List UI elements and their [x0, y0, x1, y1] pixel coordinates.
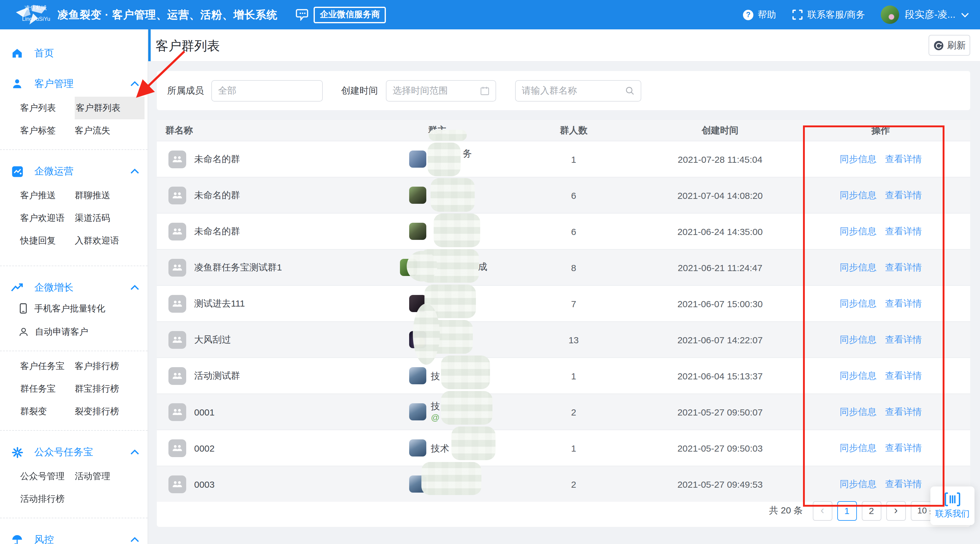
- owner-avatar: [409, 187, 426, 204]
- owner-mention: @: [431, 412, 439, 423]
- table-row: 活动测试群 技 1 2021-06-04 15:13:37 同步信息查看详情: [157, 358, 970, 394]
- page-button-2[interactable]: 2: [861, 501, 881, 520]
- group-avatar-icon: [169, 222, 186, 240]
- sidebar-item-group-welcome[interactable]: 入群欢迎语: [75, 230, 148, 252]
- sync-info-link[interactable]: 同步信息: [840, 153, 877, 165]
- group-items: 客户推送 群聊推送 客户欢迎语 渠道活码 快捷回复 入群欢迎语: [0, 184, 148, 252]
- sidebar-group-risk-control[interactable]: 风控: [0, 531, 148, 544]
- group-avatar-icon: [169, 439, 186, 457]
- sidebar-item-activity-mgmt[interactable]: 活动管理: [75, 465, 148, 488]
- member-count: 1: [498, 141, 649, 177]
- member-count: 1: [498, 358, 649, 394]
- sidebar-item-groupchat-push[interactable]: 群聊推送: [75, 184, 148, 207]
- table-row: 未命名的群 务 1 2021-07-28 11:45:04 同步信息查看详情: [157, 141, 970, 177]
- user-menu[interactable]: 段实彦-凌...: [881, 5, 969, 24]
- view-detail-link[interactable]: 查看详情: [885, 153, 922, 165]
- sync-info-link[interactable]: 同步信息: [840, 442, 877, 454]
- app-root: 凌鱼私域 LingYuSiYu 凌鱼裂变 · 客户管理、运营、活粉、增长系统 企…: [0, 0, 980, 544]
- user-name: 段实彦-凌...: [905, 8, 956, 21]
- member-count: 6: [498, 213, 649, 249]
- sidebar-item-customer-task-bao[interactable]: 客户任务宝: [20, 355, 75, 377]
- member-count: 2: [498, 394, 649, 430]
- group-name-search-input[interactable]: 请输入群名称: [515, 80, 641, 101]
- view-detail-link[interactable]: 查看详情: [885, 189, 922, 201]
- created-time: 2021-07-28 11:45:04: [649, 141, 791, 177]
- sync-info-link[interactable]: 同步信息: [840, 262, 877, 273]
- created-time: 2021-05-27 09:50:07: [649, 394, 791, 430]
- sync-info-link[interactable]: 同步信息: [840, 189, 877, 201]
- table-row: 凌鱼群任务宝测试群1 成 8 2021-06-21 11:24:47 同步信息查…: [157, 249, 970, 285]
- sidebar-item-customer-list[interactable]: 客户列表: [20, 97, 75, 119]
- feature-label: 自动申请客户: [35, 326, 88, 338]
- sidebar-item-group-task-bao[interactable]: 群任务宝: [20, 377, 75, 400]
- divider: [0, 149, 148, 150]
- sidebar-item-quick-reply[interactable]: 快捷回复: [20, 230, 75, 252]
- sync-info-link[interactable]: 同步信息: [840, 406, 877, 418]
- group-avatar-icon: [169, 186, 186, 204]
- sidebar-group-wecom-operation[interactable]: 企微运营: [0, 162, 148, 181]
- sync-info-link[interactable]: 同步信息: [840, 298, 877, 309]
- view-detail-link[interactable]: 查看详情: [885, 225, 922, 237]
- sidebar-item-phone-batch-convert[interactable]: 手机客户批量转化: [0, 297, 148, 320]
- sidebar-item-channel-code[interactable]: 渠道活码: [75, 207, 148, 230]
- corner-brackets-icon: [792, 9, 803, 20]
- date-range-input[interactable]: 选择时间范围: [386, 80, 496, 101]
- sidebar-item-group-bao-ranking[interactable]: 群宝排行榜: [75, 377, 148, 400]
- sidebar-item-customer-ranking[interactable]: 客户排行榜: [75, 355, 148, 377]
- chat-bubble-icon: [296, 9, 309, 21]
- refresh-button[interactable]: 刷新: [929, 35, 970, 56]
- created-time: 2021-07-04 14:08:20: [649, 177, 791, 213]
- help-button[interactable]: ? 帮助: [743, 9, 776, 21]
- sidebar-item-activity-ranking[interactable]: 活动排行榜: [20, 488, 75, 510]
- member-select[interactable]: 全部: [211, 80, 323, 101]
- sidebar-item-customer-churn[interactable]: 客户流失: [75, 119, 148, 142]
- contact-service-button[interactable]: 联系客服/商务: [792, 9, 865, 21]
- date-range-placeholder: 选择时间范围: [393, 85, 475, 97]
- trending-up-icon: [10, 280, 24, 295]
- view-detail-link[interactable]: 查看详情: [885, 370, 922, 382]
- group-label: 企微运营: [34, 165, 121, 178]
- owner-avatar: [409, 151, 426, 168]
- sidebar-group-customer-management[interactable]: 客户管理: [0, 75, 148, 93]
- view-detail-link[interactable]: 查看详情: [885, 334, 922, 346]
- owner-avatar: [409, 439, 426, 457]
- prev-page-button[interactable]: ‹: [813, 501, 832, 520]
- sidebar-item-auto-apply-customer[interactable]: 自动申请客户: [0, 320, 148, 343]
- page-button-1[interactable]: 1: [837, 501, 857, 520]
- contact-us-panel[interactable]: 联系我们: [931, 487, 975, 525]
- search-placeholder: 请输入群名称: [522, 85, 620, 97]
- next-page-button[interactable]: ›: [886, 501, 905, 520]
- sidebar-item-group-fission[interactable]: 群裂变: [20, 400, 75, 423]
- table-row: 0002 技术 1 2021-05-27 09:50:03 同步信息查看详情: [157, 430, 970, 466]
- sidebar-group-wecom-growth[interactable]: 企微增长: [0, 278, 148, 297]
- view-detail-link[interactable]: 查看详情: [885, 406, 922, 418]
- time-filter-label: 创建时间: [341, 85, 378, 97]
- sidebar-item-customer-group-list[interactable]: 客户群列表: [75, 97, 145, 119]
- sync-info-link[interactable]: 同步信息: [840, 334, 877, 346]
- group-avatar-icon: [169, 475, 186, 493]
- asterisk-flower-icon: [10, 445, 24, 460]
- divider: [0, 266, 148, 266]
- sidebar-item-customer-tags[interactable]: 客户标签: [20, 119, 75, 142]
- sidebar-item-official-account-mgmt[interactable]: 公众号管理: [20, 465, 75, 488]
- owner-name-fragment: 成: [478, 261, 487, 273]
- view-detail-link[interactable]: 查看详情: [885, 478, 922, 490]
- chevron-up-icon: [130, 81, 139, 87]
- view-detail-link[interactable]: 查看详情: [885, 298, 922, 309]
- sync-info-link[interactable]: 同步信息: [840, 370, 877, 382]
- home-icon: [10, 46, 24, 60]
- view-detail-link[interactable]: 查看详情: [885, 262, 922, 273]
- sidebar-item-home[interactable]: 首页: [0, 29, 148, 62]
- sidebar-item-customer-push[interactable]: 客户推送: [20, 184, 75, 207]
- app-title: 凌鱼裂变 · 客户管理、运营、活粉、增长系统: [57, 7, 277, 22]
- sidebar-item-customer-welcome[interactable]: 客户欢迎语: [20, 207, 75, 230]
- group-label: 企微增长: [34, 281, 121, 294]
- view-detail-link[interactable]: 查看详情: [885, 442, 922, 454]
- sync-info-link[interactable]: 同步信息: [840, 478, 877, 490]
- col-created-time: 创建时间: [649, 120, 791, 141]
- sidebar-item-fission-ranking[interactable]: 裂变排行榜: [75, 400, 148, 423]
- sidebar-group-official-account-task[interactable]: 公众号任务宝: [0, 443, 148, 462]
- total-count-label: 共 20 条: [769, 505, 803, 517]
- sync-info-link[interactable]: 同步信息: [840, 225, 877, 237]
- owner-avatar: [409, 403, 426, 420]
